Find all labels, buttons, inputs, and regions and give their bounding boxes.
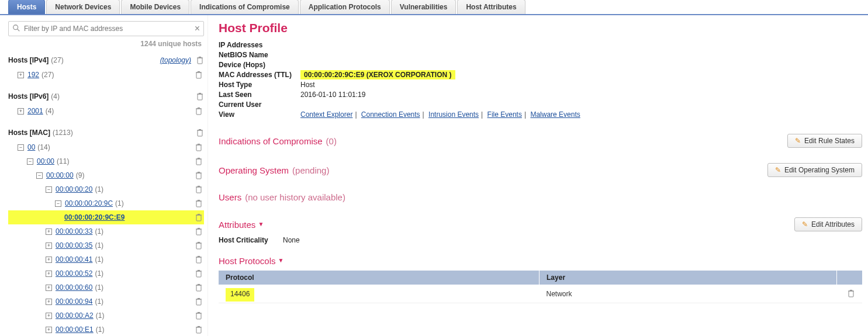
collapse-icon[interactable]: −: [18, 144, 24, 151]
expand-icon[interactable]: +: [46, 228, 52, 235]
tab-hosts[interactable]: Hosts: [8, 0, 45, 14]
tree-link[interactable]: 192: [27, 69, 39, 81]
collapse-icon[interactable]: −: [27, 158, 33, 165]
expand-icon[interactable]: +: [46, 327, 52, 333]
edit-attributes-button[interactable]: ✎Edit Attributes: [794, 217, 862, 231]
trash-icon[interactable]: [195, 268, 203, 279]
tree-count: (1): [95, 282, 103, 293]
mac-highlight: 00:00:00:20:9C:E9 (XEROX CORPORATION ): [300, 70, 455, 79]
tree-link[interactable]: 00:00: [37, 155, 54, 167]
link-intrusion-events[interactable]: Intrusion Events: [428, 110, 479, 119]
prop-value: [300, 61, 862, 69]
trash-icon[interactable]: [195, 212, 203, 223]
tree-link[interactable]: 00:00:00:20: [56, 183, 92, 195]
triangle-down-icon[interactable]: ▼: [278, 257, 284, 264]
trash-icon[interactable]: [195, 254, 203, 265]
link-context-explorer[interactable]: Context Explorer: [300, 110, 352, 119]
trash-icon[interactable]: [196, 127, 204, 138]
tree-link[interactable]: 00:00:00:20:9C:E9: [64, 212, 125, 223]
trash-icon[interactable]: [195, 142, 203, 153]
tree-node: +00:00:00:41(1): [8, 252, 204, 266]
collapse-icon[interactable]: −: [55, 200, 61, 207]
trash-icon[interactable]: [195, 324, 203, 335]
trash-icon[interactable]: [195, 240, 203, 251]
tree-link[interactable]: 00:00:00:33: [56, 226, 92, 237]
tree-link[interactable]: 00:00:00:A2: [56, 310, 94, 321]
attr-value: None: [283, 236, 862, 244]
trash-icon[interactable]: [196, 91, 204, 102]
tree-link[interactable]: 00: [27, 141, 35, 153]
tree-count: (1): [95, 296, 103, 307]
trash-icon[interactable]: [195, 296, 203, 307]
expand-icon[interactable]: +: [46, 243, 52, 249]
prop-value: [300, 51, 862, 59]
section-ioc-count: (0): [326, 136, 337, 146]
svg-line-1: [18, 29, 20, 31]
trash-icon[interactable]: [195, 282, 203, 293]
section-os: Operating System: [219, 165, 289, 175]
ipv4-count: (27): [51, 56, 63, 64]
th-layer[interactable]: Layer: [540, 271, 836, 285]
tree-link[interactable]: 00:00:00:41: [56, 254, 92, 265]
search-icon: [12, 24, 20, 34]
expand-icon[interactable]: +: [46, 285, 52, 291]
tab-network-devices[interactable]: Network Devices: [46, 0, 120, 14]
trash-icon[interactable]: [195, 170, 203, 181]
trash-icon[interactable]: [195, 184, 203, 195]
expand-icon[interactable]: +: [46, 313, 52, 319]
trash-icon[interactable]: [195, 70, 203, 80]
tree-count: (11): [57, 155, 69, 167]
svg-rect-62: [849, 291, 853, 297]
edit-rule-states-button[interactable]: ✎Edit Rule States: [787, 134, 862, 148]
trash-icon[interactable]: [195, 156, 203, 167]
svg-rect-2: [198, 58, 202, 64]
tab-host-attributes[interactable]: Host Attributes: [457, 0, 525, 14]
collapse-icon[interactable]: −: [46, 186, 52, 193]
tree-count: (27): [42, 69, 54, 81]
trash-icon[interactable]: [195, 106, 203, 116]
trash-icon[interactable]: [195, 226, 203, 237]
mac-label: Hosts [MAC]: [8, 129, 50, 137]
tree-count: (9): [76, 169, 85, 181]
tree-link[interactable]: 2001: [27, 105, 43, 117]
triangle-down-icon[interactable]: ▼: [258, 221, 264, 227]
tab-vulnerabilities[interactable]: Vulnerabilities: [391, 0, 457, 14]
pencil-icon: ✎: [795, 137, 801, 145]
trash-icon[interactable]: [196, 55, 204, 65]
svg-rect-8: [198, 94, 202, 100]
link-malware-events[interactable]: Malware Events: [530, 110, 580, 119]
link-file-events[interactable]: File Events: [487, 110, 522, 119]
tree-link[interactable]: 00:00:00:52: [56, 268, 92, 279]
tree-link[interactable]: 00:00:00: [46, 169, 74, 181]
trash-icon[interactable]: [195, 310, 203, 321]
tab-ioc[interactable]: Indications of Compromise: [191, 0, 299, 14]
expand-icon[interactable]: +: [18, 72, 24, 78]
tab-application-protocols[interactable]: Application Protocols: [300, 0, 390, 14]
svg-rect-44: [196, 271, 201, 277]
tree-link[interactable]: 00:00:00:20:9C: [65, 198, 113, 209]
collapse-icon[interactable]: −: [36, 172, 43, 179]
expand-icon[interactable]: +: [18, 108, 24, 115]
th-protocol[interactable]: Protocol: [219, 271, 540, 285]
tree-link[interactable]: 00:00:00:E1: [56, 324, 94, 335]
topology-link[interactable]: (topology): [160, 56, 191, 64]
edit-os-button[interactable]: ✎Edit Operating System: [767, 163, 862, 177]
tree-link[interactable]: 00:00:00:35: [56, 240, 92, 251]
ipv6-label: Hosts [IPv6]: [8, 92, 49, 101]
expand-icon[interactable]: +: [46, 257, 52, 263]
filter-input[interactable]: [24, 25, 191, 33]
prop-label: View: [219, 110, 300, 119]
tab-mobile-devices[interactable]: Mobile Devices: [121, 0, 189, 14]
svg-rect-26: [196, 187, 201, 193]
tree-link[interactable]: 00:00:00:60: [56, 282, 92, 293]
tree-node-selected: 00:00:00:20:9C:E9: [8, 210, 204, 224]
trash-icon[interactable]: [847, 288, 855, 299]
tree-link[interactable]: 00:00:00:94: [56, 296, 92, 307]
tree-count: (14): [37, 141, 50, 153]
expand-icon[interactable]: +: [46, 299, 52, 305]
expand-icon[interactable]: +: [46, 271, 52, 277]
trash-icon[interactable]: [195, 198, 203, 209]
prop-label: Host Type: [219, 81, 300, 89]
link-connection-events[interactable]: Connection Events: [361, 110, 420, 119]
clear-icon[interactable]: ×: [195, 23, 200, 34]
